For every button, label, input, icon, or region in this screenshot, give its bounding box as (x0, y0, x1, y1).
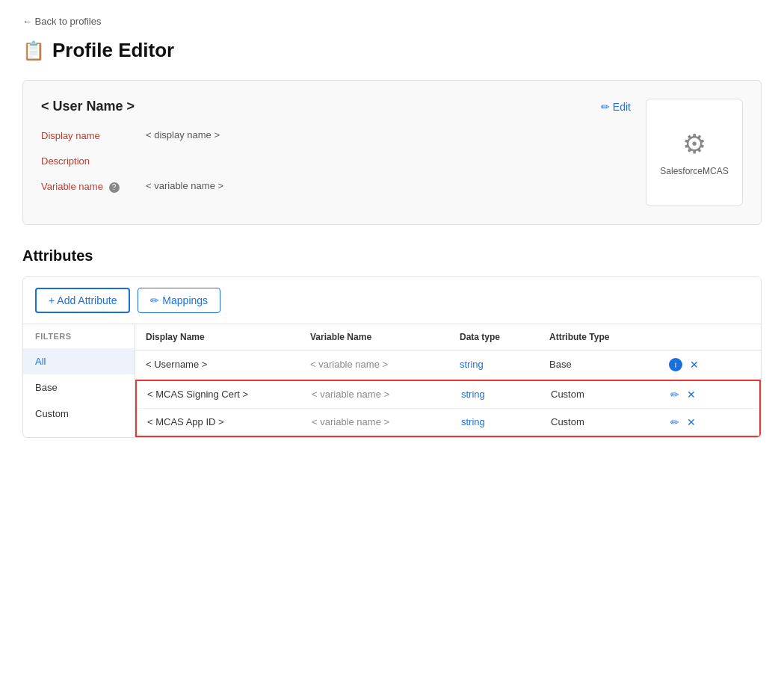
row-2-edit-button[interactable]: ✏ (670, 416, 679, 428)
row-1-display-name: < MCAS Signing Cert > (147, 389, 312, 400)
display-name-label: Display name (41, 129, 146, 141)
col-attribute-type: Attribute Type (549, 332, 669, 342)
page-container: ← Back to profiles 📋 Profile Editor < Us… (0, 0, 784, 686)
row-2-actions: ✏ ✕ (670, 416, 730, 428)
mappings-button[interactable]: ✏ Mappings (138, 288, 220, 313)
table-header: Display Name Variable Name Data type Att… (135, 324, 761, 350)
filters-column: FILTERS All Base Custom (23, 324, 135, 437)
variable-name-field: Variable name ? < variable name > (41, 180, 631, 193)
row-1-actions: ✏ ✕ (670, 389, 730, 401)
col-actions (669, 332, 729, 342)
filter-all[interactable]: All (23, 348, 135, 374)
filter-custom[interactable]: Custom (23, 401, 135, 427)
row-1-attribute-type: Custom (551, 389, 670, 400)
table-row: < MCAS App ID > < variable name > string… (137, 409, 759, 436)
row-2-delete-button[interactable]: ✕ (687, 416, 696, 428)
row-1-edit-button[interactable]: ✏ (670, 389, 679, 401)
profile-info: < User Name > ✏ Edit Display name < disp… (41, 99, 631, 206)
page-title-container: 📋 Profile Editor (22, 39, 762, 62)
row-0-data-type: string (460, 359, 549, 370)
display-name-value: < display name > (146, 129, 220, 140)
col-display-name: Display Name (146, 332, 310, 342)
attributes-title: Attributes (22, 247, 762, 265)
gear-icon: ⚙ (682, 129, 706, 160)
logo-label: SalesforceMCAS (660, 166, 728, 176)
row-1-delete-button[interactable]: ✕ (687, 389, 696, 401)
variable-name-value: < variable name > (146, 180, 223, 191)
row-0-attribute-type: Base (549, 359, 669, 370)
description-label: Description (41, 155, 146, 167)
profile-logo-box: ⚙ SalesforceMCAS (646, 99, 743, 206)
attributes-panel: + Add Attribute ✏ Mappings FILTERS All B… (22, 276, 762, 438)
back-to-profiles-link[interactable]: ← Back to profiles (22, 16, 102, 27)
attributes-toolbar: + Add Attribute ✏ Mappings (23, 277, 761, 324)
attributes-body: FILTERS All Base Custom Display Name Var… (23, 324, 761, 437)
edit-button[interactable]: ✏ Edit (601, 101, 631, 113)
page-title-icon: 📋 (22, 40, 45, 61)
row-1-variable-name: < variable name > (312, 389, 461, 400)
add-attribute-button[interactable]: + Add Attribute (35, 288, 130, 313)
table-row: < Username > < variable name > string Ba… (135, 350, 761, 380)
filters-header: FILTERS (23, 324, 135, 348)
row-0-actions: i ✕ (669, 358, 729, 371)
attributes-table: Display Name Variable Name Data type Att… (135, 324, 761, 437)
variable-name-help-icon[interactable]: ? (109, 182, 120, 193)
row-2-display-name: < MCAS App ID > (147, 416, 312, 427)
description-field: Description (41, 155, 631, 167)
custom-rows-group: < MCAS Signing Cert > < variable name > … (135, 380, 761, 437)
table-row: < MCAS Signing Cert > < variable name > … (137, 381, 759, 409)
profile-card: < User Name > ✏ Edit Display name < disp… (22, 80, 762, 225)
row-0-display-name: < Username > (146, 359, 310, 370)
col-variable-name: Variable Name (310, 332, 460, 342)
row-0-variable-name: < variable name > (310, 359, 460, 370)
row-0-info-button[interactable]: i (669, 358, 682, 371)
attributes-section: Attributes + Add Attribute ✏ Mappings FI… (22, 247, 762, 438)
filter-base[interactable]: Base (23, 374, 135, 401)
row-1-data-type: string (461, 389, 551, 400)
profile-header: < User Name > ✏ Edit (41, 99, 631, 114)
row-2-variable-name: < variable name > (312, 416, 461, 427)
profile-name: < User Name > (41, 99, 135, 114)
row-0-delete-button[interactable]: ✕ (690, 359, 699, 371)
page-title: Profile Editor (52, 39, 174, 62)
row-2-attribute-type: Custom (551, 416, 670, 427)
variable-name-label: Variable name ? (41, 180, 146, 193)
col-data-type: Data type (460, 332, 549, 342)
row-2-data-type: string (461, 416, 551, 427)
display-name-field: Display name < display name > (41, 129, 631, 141)
